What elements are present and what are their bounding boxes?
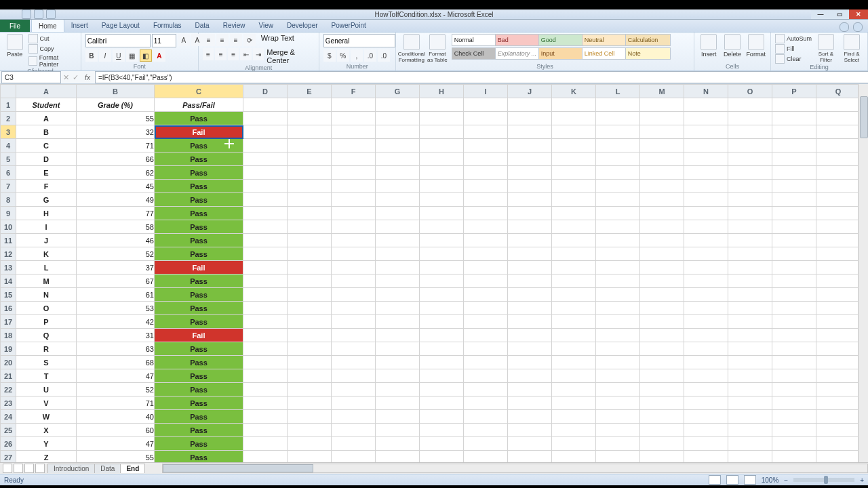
cell-empty[interactable] xyxy=(288,180,332,193)
cell-empty[interactable] xyxy=(508,302,552,315)
cell-empty[interactable] xyxy=(728,193,772,207)
column-header-L[interactable]: L xyxy=(596,85,640,98)
cell-empty[interactable] xyxy=(243,98,288,112)
cell-empty[interactable] xyxy=(772,329,816,342)
cell-empty[interactable] xyxy=(288,139,332,152)
cell-A3[interactable]: B xyxy=(16,125,77,139)
scrollbar-thumb[interactable] xyxy=(860,96,868,138)
cell-empty[interactable] xyxy=(772,139,816,152)
cell-empty[interactable] xyxy=(420,410,464,424)
cell-A9[interactable]: H xyxy=(16,207,77,220)
cell-empty[interactable] xyxy=(332,342,376,356)
cell-empty[interactable] xyxy=(376,302,420,315)
cell-empty[interactable] xyxy=(376,247,420,261)
cell-empty[interactable] xyxy=(640,396,684,410)
cell-empty[interactable] xyxy=(684,342,728,356)
cell-empty[interactable] xyxy=(332,396,376,410)
cell-empty[interactable] xyxy=(816,180,861,193)
cell-empty[interactable] xyxy=(640,288,684,302)
cell-empty[interactable] xyxy=(243,112,288,125)
cell-empty[interactable] xyxy=(420,437,464,451)
cell-empty[interactable] xyxy=(728,139,772,152)
save-icon[interactable] xyxy=(22,9,31,19)
cell-empty[interactable] xyxy=(816,166,861,180)
ribbon-tab-insert[interactable]: Insert xyxy=(64,19,95,31)
cell-empty[interactable] xyxy=(243,396,288,410)
ribbon-tab-review[interactable]: Review xyxy=(216,19,252,31)
cell-empty[interactable] xyxy=(420,261,464,274)
cell-empty[interactable] xyxy=(288,424,332,437)
cell-empty[interactable] xyxy=(464,207,508,220)
cell-empty[interactable] xyxy=(420,288,464,302)
row-header-6[interactable]: 6 xyxy=(1,166,16,180)
column-header-A[interactable]: A xyxy=(16,85,77,98)
cell-empty[interactable] xyxy=(376,193,420,207)
enter-formula-icon[interactable]: ✓ xyxy=(71,73,80,82)
cell-A17[interactable]: P xyxy=(16,315,77,329)
cell-empty[interactable] xyxy=(816,288,861,302)
cell-C19[interactable]: Pass xyxy=(155,342,243,356)
border-button[interactable]: ▦ xyxy=(126,49,138,62)
row-header-23[interactable]: 23 xyxy=(1,396,16,410)
cell-empty[interactable] xyxy=(508,356,552,369)
cell-empty[interactable] xyxy=(508,410,552,424)
row-header-19[interactable]: 19 xyxy=(1,342,16,356)
vertical-scrollbar[interactable] xyxy=(858,84,868,462)
cell-C22[interactable]: Pass xyxy=(155,383,243,396)
cell-empty[interactable] xyxy=(288,220,332,234)
maximize-button[interactable]: ▭ xyxy=(830,9,849,19)
cell-empty[interactable] xyxy=(420,451,464,463)
cell-A5[interactable]: D xyxy=(16,152,77,166)
cell-empty[interactable] xyxy=(464,261,508,274)
percent-icon[interactable]: % xyxy=(337,49,349,62)
cell-empty[interactable] xyxy=(464,302,508,315)
cell-B25[interactable]: 60 xyxy=(77,424,155,437)
cell-empty[interactable] xyxy=(684,152,728,166)
cell-empty[interactable] xyxy=(464,274,508,288)
cell-empty[interactable] xyxy=(728,288,772,302)
cell-B16[interactable]: 53 xyxy=(77,302,155,315)
cell-empty[interactable] xyxy=(552,315,596,329)
cell-empty[interactable] xyxy=(728,247,772,261)
cell-empty[interactable] xyxy=(772,369,816,383)
row-header-27[interactable]: 27 xyxy=(1,451,16,463)
cell-C11[interactable]: Pass xyxy=(155,234,243,247)
cell-empty[interactable] xyxy=(288,207,332,220)
cell-C21[interactable]: Pass xyxy=(155,369,243,383)
cell-empty[interactable] xyxy=(288,342,332,356)
wrap-text-button[interactable]: Wrap Text xyxy=(261,34,294,46)
cell-C10[interactable]: Pass xyxy=(155,220,243,234)
cell-A7[interactable]: F xyxy=(16,180,77,193)
cell-B19[interactable]: 63 xyxy=(77,342,155,356)
cell-empty[interactable] xyxy=(728,396,772,410)
cell-style-normal[interactable]: Normal xyxy=(452,34,497,46)
clear-button[interactable]: Clear xyxy=(775,54,812,64)
cell-empty[interactable] xyxy=(508,342,552,356)
cell-empty[interactable] xyxy=(376,220,420,234)
cell-empty[interactable] xyxy=(288,112,332,125)
cell-empty[interactable] xyxy=(288,166,332,180)
cell-empty[interactable] xyxy=(464,383,508,396)
cell-empty[interactable] xyxy=(684,437,728,451)
cell-empty[interactable] xyxy=(376,451,420,463)
cell-empty[interactable] xyxy=(640,98,684,112)
row-header-11[interactable]: 11 xyxy=(1,234,16,247)
cell-empty[interactable] xyxy=(728,98,772,112)
cell-empty[interactable] xyxy=(596,234,640,247)
fx-icon[interactable]: fx xyxy=(83,74,92,81)
cell-empty[interactable] xyxy=(376,315,420,329)
row-header-5[interactable]: 5 xyxy=(1,152,16,166)
cell-empty[interactable] xyxy=(728,220,772,234)
cell-empty[interactable] xyxy=(596,424,640,437)
cell-empty[interactable] xyxy=(640,274,684,288)
cell-empty[interactable] xyxy=(772,125,816,139)
column-header-D[interactable]: D xyxy=(243,85,288,98)
cell-empty[interactable] xyxy=(640,451,684,463)
cell-empty[interactable] xyxy=(508,274,552,288)
cell-empty[interactable] xyxy=(243,302,288,315)
cell-style-linkedcell[interactable]: Linked Cell xyxy=(582,47,627,60)
cell-empty[interactable] xyxy=(816,125,861,139)
cell-empty[interactable] xyxy=(816,207,861,220)
cell-empty[interactable] xyxy=(772,383,816,396)
cell-empty[interactable] xyxy=(508,288,552,302)
